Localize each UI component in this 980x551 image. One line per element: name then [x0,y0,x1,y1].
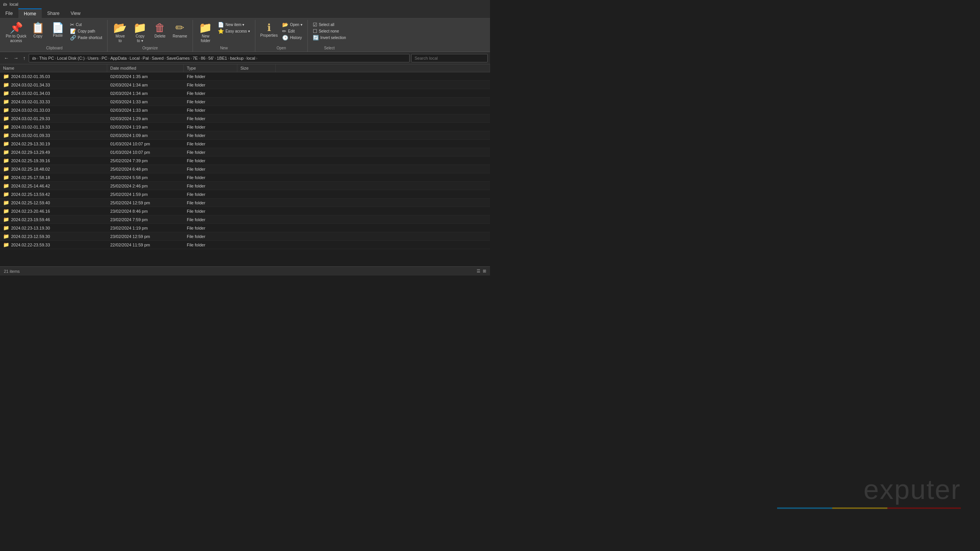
cut-icon: ✂ [70,22,74,28]
edit-button[interactable]: ✏ Edit [280,28,304,34]
folder-icon: 📁 [3,183,9,189]
ribbon-group-open: ℹ Properties 📂 Open ▾ ✏ Edit 🕒 History O… [255,20,308,52]
history-button[interactable]: 🕒 History [280,34,304,41]
folder-icon: 📁 [3,116,9,121]
table-row[interactable]: 📁2024.03.02-01.33.3302/03/2024 1:33 amFi… [0,98,490,106]
folder-icon: 📁 [3,225,9,231]
col-header-extra [276,64,490,72]
table-row[interactable]: 📁2024.02.25-13.59.4225/02/2024 1:59 pmFi… [0,190,490,199]
folder-icon: 📁 [3,208,9,214]
tab-view[interactable]: View [65,8,86,18]
view-icons: ☰ ⊞ [477,269,486,274]
new-folder-icon: 📁 [199,23,212,33]
table-row[interactable]: 📁2024.02.23-19.59.4623/02/2024 7:59 pmFi… [0,215,490,224]
move-to-icon: 📂 [113,23,127,33]
select-all-button[interactable]: ☑ Select all [311,21,348,28]
select-none-button[interactable]: ☐ Select none [311,28,348,34]
status-item-count: 21 items [4,269,20,274]
table-row[interactable]: 📁2024.02.25-12.59.4025/02/2024 12:59 pmF… [0,199,490,207]
folder-icon: 📁 [3,149,9,155]
table-row[interactable]: 📁2024.02.25-17.58.1825/02/2024 5:58 pmFi… [0,173,490,182]
nav-forward-button[interactable]: → [12,54,20,62]
address-breadcrumb[interactable]: 🗁 › This PC › Local Disk (C:) › Users › … [29,54,410,62]
window-title: local [10,2,18,7]
table-row[interactable]: 📁2024.02.29-13.29.4901/03/2024 10:07 pmF… [0,148,490,156]
properties-button[interactable]: ℹ Properties [258,21,280,39]
ribbon-group-new: 📁 Newfolder 📄 New item ▾ ⭐ Easy access ▾… [193,20,255,52]
table-row[interactable]: 📁2024.02.22-23.59.3322/02/2024 11:59 pmF… [0,241,490,249]
copy-button[interactable]: 📋 Copy [28,21,47,40]
easy-access-icon: ⭐ [218,28,224,34]
table-row[interactable]: 📁2024.03.02-01.09.3302/03/2024 1:09 amFi… [0,131,490,140]
new-folder-button[interactable]: 📁 Newfolder [196,21,215,44]
table-row[interactable]: 📁2024.02.25-19.39.1625/02/2024 7:39 pmFi… [0,156,490,165]
col-header-size[interactable]: Size [237,64,276,72]
folder-icon: 📁 [3,99,9,104]
rename-button[interactable]: ✏ Rename [170,21,189,40]
table-row[interactable]: 📁2024.03.02-01.29.3302/03/2024 1:29 amFi… [0,114,490,123]
folder-icon: 📁 [3,233,9,239]
col-header-type[interactable]: Type [184,64,237,72]
select-label: Select [324,46,335,51]
organize-label: Organize [142,46,158,51]
folder-icon: 📁 [3,158,9,163]
table-row[interactable]: 📁2024.02.23-12.59.3023/02/2024 12:59 pmF… [0,232,490,241]
new-label: New [220,46,228,51]
table-row[interactable]: 📁2024.02.29-13.30.1901/03/2024 10:07 pmF… [0,140,490,148]
table-row[interactable]: 📁2024.03.02-01.19.3302/03/2024 1:19 amFi… [0,123,490,131]
copy-to-button[interactable]: 📁 Copyto ▾ [131,21,150,44]
cut-button[interactable]: ✂ Cut [68,21,104,28]
table-row[interactable]: 📁2024.03.02-01.34.3302/03/2024 1:34 amFi… [0,81,490,89]
delete-icon: 🗑 [155,23,165,33]
select-none-icon: ☐ [313,28,317,34]
ribbon: 📌 Pin to Quickaccess 📋 Copy 📄 Paste ✂ Cu… [0,18,490,52]
table-row[interactable]: 📁2024.03.02-01.34.0302/03/2024 1:34 amFi… [0,89,490,98]
tab-share[interactable]: Share [42,8,65,18]
copy-path-button[interactable]: 📝 Copy path [68,28,104,34]
file-rows-container: 📁2024.03.02-01.35.0302/03/2024 1:35 amFi… [0,72,490,249]
ribbon-group-select: ☑ Select all ☐ Select none 🔄 Invert sele… [308,20,351,52]
clipboard-label: Clipboard [46,46,63,51]
search-input[interactable] [411,54,488,62]
col-header-date[interactable]: Date modified [107,64,184,72]
folder-icon: 📁 [3,132,9,138]
paste-shortcut-button[interactable]: 🔗 Paste shortcut [68,34,104,41]
table-row[interactable]: 📁2024.03.02-01.35.0302/03/2024 1:35 amFi… [0,72,490,81]
table-row[interactable]: 📁2024.03.02-01.33.0302/03/2024 1:33 amFi… [0,106,490,114]
invert-selection-button[interactable]: 🔄 Invert selection [311,34,348,41]
view-list-icon[interactable]: ☰ [477,269,480,274]
folder-icon: 📁 [3,82,9,88]
folder-icon: 📁 [3,174,9,180]
table-row[interactable]: 📁2024.02.23-20.46.1623/02/2024 8:46 pmFi… [0,207,490,215]
file-area: Name Date modified Type Size 📁2024.03.02… [0,64,490,266]
folder-icon: 📁 [3,200,9,205]
paste-button[interactable]: 📄 Paste [48,21,67,39]
folder-icon: 📁 [3,166,9,172]
easy-access-button[interactable]: ⭐ Easy access ▾ [216,28,252,34]
new-item-button[interactable]: 📄 New item ▾ [216,21,252,28]
open-button[interactable]: 📂 Open ▾ [280,21,304,28]
table-row[interactable]: 📁2024.02.25-14.46.4225/02/2024 2:46 pmFi… [0,182,490,190]
address-bar: ← → ↑ 🗁 › This PC › Local Disk (C:) › Us… [0,52,490,64]
title-icon: 🗁 [3,2,7,7]
folder-icon: 📁 [3,124,9,130]
view-details-icon[interactable]: ⊞ [483,269,486,274]
folder-icon: 📁 [3,217,9,222]
tab-home[interactable]: Home [18,8,42,18]
paste-shortcut-icon: 🔗 [70,35,76,41]
open-icon: 📂 [282,22,288,28]
copy-icon: 📋 [31,23,45,33]
delete-button[interactable]: 🗑 Delete [150,21,170,40]
properties-icon: ℹ [267,23,271,33]
ribbon-tabs: File Home Share View [0,8,490,18]
tab-file[interactable]: File [0,8,18,18]
table-row[interactable]: 📁2024.02.23-13.19.3023/02/2024 1:19 pmFi… [0,224,490,232]
nav-up-button[interactable]: ↑ [21,54,27,62]
copy-path-icon: 📝 [70,28,76,34]
nav-back-button[interactable]: ← [2,54,10,62]
pin-quick-access-button[interactable]: 📌 Pin to Quickaccess [5,21,28,44]
table-row[interactable]: 📁2024.02.25-18.48.0225/02/2024 6:48 pmFi… [0,165,490,173]
file-list[interactable]: Name Date modified Type Size 📁2024.03.02… [0,64,490,266]
col-header-name[interactable]: Name [0,64,107,72]
move-to-button[interactable]: 📂 Moveto [111,21,130,44]
